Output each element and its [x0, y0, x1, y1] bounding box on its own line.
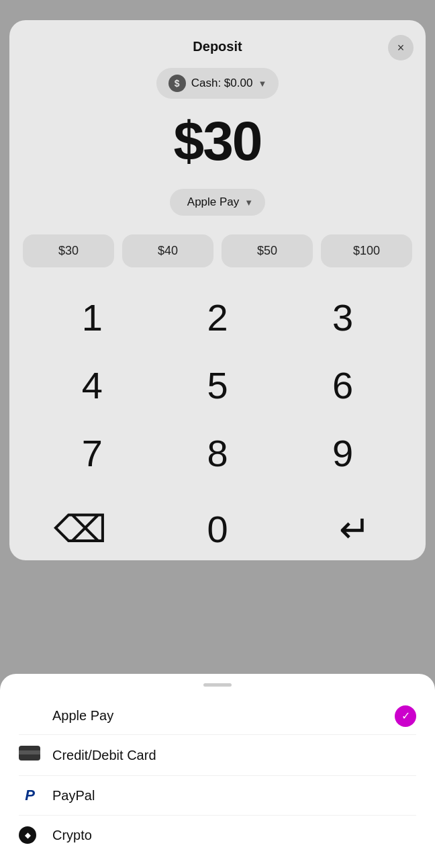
quick-amount-50[interactable]: $50 [222, 234, 313, 267]
modal-header: Deposit × [9, 20, 426, 62]
crypto-label: Crypto [52, 828, 92, 843]
numpad-7[interactable]: 7 [30, 419, 155, 487]
numpad-1[interactable]: 1 [30, 284, 155, 351]
numpad-enter[interactable]: ↵ [286, 501, 424, 558]
quick-amounts-row: $30 $40 $50 $100 [9, 234, 426, 267]
amount-display: $30 [9, 110, 426, 173]
apple-pay-label: Apple Pay [52, 708, 113, 724]
numpad: 1 2 3 4 5 6 7 8 9 [9, 284, 426, 487]
selected-checkmark: ✓ [395, 705, 416, 727]
numpad-5[interactable]: 5 [155, 351, 281, 419]
quick-amount-40[interactable]: $40 [122, 234, 213, 267]
cash-selector-label: Cash: $0.00 [191, 77, 253, 90]
numpad-9[interactable]: 9 [280, 419, 405, 487]
payment-option-paypal[interactable]: P PayPal [0, 776, 435, 815]
payment-option-crypto[interactable]: ◆ Crypto [0, 816, 435, 855]
numpad-6[interactable]: 6 [280, 351, 405, 419]
quick-amount-100[interactable]: $100 [321, 234, 412, 267]
payment-method-label: Apple Pay [187, 196, 240, 209]
numpad-3[interactable]: 3 [280, 284, 405, 351]
cash-selector-button[interactable]: $ Cash: $0.00 ▼ [156, 68, 279, 99]
numpad-backspace[interactable]: ⌫ [11, 501, 149, 558]
modal-title: Deposit [193, 39, 242, 54]
credit-debit-label: Credit/Debit Card [52, 748, 156, 763]
payment-option-apple-pay[interactable]: Apple Pay ✓ [0, 697, 435, 734]
card-icon-shape [19, 746, 40, 761]
payment-option-credit-debit[interactable]: Credit/Debit Card [0, 735, 435, 775]
numpad-bottom-row-partial: ⌫ 0 ↵ [9, 501, 426, 560]
payment-chevron-icon: ▼ [244, 198, 253, 208]
numpad-2[interactable]: 2 [155, 284, 281, 351]
quick-amount-30[interactable]: $30 [23, 234, 114, 267]
crypto-icon-shape: ◆ [19, 826, 36, 844]
paypal-label: PayPal [52, 788, 95, 804]
sheet-handle [203, 683, 232, 687]
deposit-modal: Deposit × $ Cash: $0.00 ▼ $30 Apple Pay … [9, 20, 426, 560]
crypto-icon: ◆ [19, 826, 40, 844]
credit-card-icon [19, 746, 40, 765]
paypal-icon: P [19, 787, 40, 804]
cash-selector-container: $ Cash: $0.00 ▼ [9, 68, 426, 99]
payment-method-button[interactable]: Apple Pay ▼ [170, 189, 265, 216]
payment-selector-container: Apple Pay ▼ [9, 189, 426, 216]
cash-chevron-icon: ▼ [258, 79, 267, 89]
close-button[interactable]: × [388, 35, 414, 60]
payment-options-sheet: Apple Pay ✓ Credit/Debit Card P PayPal ◆… [0, 674, 435, 868]
numpad-8[interactable]: 8 [155, 419, 281, 487]
numpad-0[interactable]: 0 [149, 501, 287, 558]
cash-icon: $ [168, 75, 186, 92]
numpad-4[interactable]: 4 [30, 351, 155, 419]
